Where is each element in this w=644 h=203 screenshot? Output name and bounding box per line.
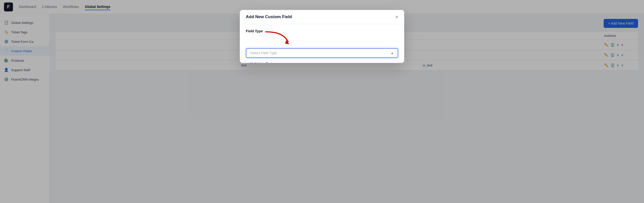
modal-header: Add New Custom Field ×: [240, 10, 404, 24]
modal-close-button[interactable]: ×: [395, 14, 398, 19]
select-placeholder: Select Field Type: [250, 51, 277, 55]
modal-title: Add New Custom Field: [246, 14, 292, 19]
field-type-select-wrapper: Select Field Type ▲ Multi Line Text Nume…: [246, 48, 398, 58]
add-custom-field-modal: Add New Custom Field × Field Type Select…: [240, 10, 404, 63]
chevron-up-icon: ▲: [391, 51, 394, 55]
option-multi-line-text[interactable]: Multi Line Text: [246, 59, 398, 63]
field-type-select[interactable]: Select Field Type ▲: [246, 48, 398, 58]
dropdown-options: Multi Line Text Numeric Field Select cho…: [246, 58, 398, 63]
arrow-container: [246, 35, 398, 48]
modal-body: Field Type Select Field Type ▲ Multi Lin…: [240, 24, 404, 63]
modal-overlay[interactable]: Add New Custom Field × Field Type Select…: [0, 0, 644, 203]
red-arrow-icon: [261, 31, 290, 48]
